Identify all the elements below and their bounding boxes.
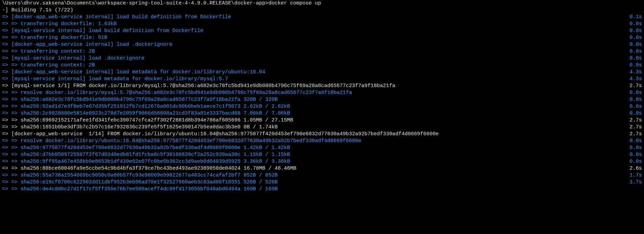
output-text: => => resolve docker.io/library/ubuntu:1… [2,138,623,145]
output-line: => => sha256:1651b0be3df3b7c2b57c16e7932… [0,124,644,131]
output-timing: 0.0s [623,34,642,41]
output-timing: 0.0s [623,151,642,158]
output-line: => [mysql-service internal] load .docker… [0,55,644,62]
output-timing: 2.7s [623,117,642,124]
output-text: => => sha256:1651b0be3df3b7c2b57c16e7932… [2,124,623,131]
output-line: => => sha256:9775877f420d453ef790e6832d7… [0,145,644,151]
output-line: => [mysql-service internal] load metadat… [0,76,644,83]
output-text: => => sha256:9775877f420d453ef790e6832d7… [2,145,623,151]
output-timing [635,186,642,193]
output-text: => => sha256:e19cf0706c6229033d11dbf952b… [2,179,623,186]
output-line: => => sha256:9ff95a467e458bb9e8653b1df43… [0,158,644,165]
output-line: => => sha256:55a738a1554069bc9050c0a60b5… [0,172,644,179]
output-timing: 1.7s [623,179,642,186]
output-text: => => transferring context: 2B [2,62,623,69]
output-timing: 2.7s [623,83,642,89]
output-timing: 0.0s [623,138,642,145]
output-timing: 2.7s [623,124,642,131]
output-line: => [mysql-service 1/1] FROM docker.io/li… [0,83,644,89]
output-timing: 2.6s [623,165,642,172]
output-text: => [mysql-service internal] load .docker… [2,55,623,62]
output-timing: 0.0s [623,158,642,165]
output-text: => => sha256:9ff95a467e458bb9e8653b1df43… [2,158,623,165]
building-status: -] Building 7.1s (7/22) [2,7,642,14]
output-timing: 0.0s [623,96,642,103]
output-text: => => transferring dockerfile: 1.63kB [2,21,623,28]
output-timing: 0.0s [623,89,642,96]
output-line: => [docker-app_web-service internal] loa… [0,14,644,21]
output-text: => => resolve docker.io/library/mysql:5.… [2,89,623,96]
output-line: => => sha256:d7bb0589725587f2f67d0340edb… [0,151,644,158]
output-text: => => sha256:a682e3c78fc5bd941e9db080b47… [2,96,623,103]
prompt-text: \Users\dhruv.saksena\Documents\workspace… [2,0,642,7]
output-text: => => sha256:2c9028880e5814e8923c278d7e2… [2,110,623,117]
output-line: => => sha256:80bce60046fa9e5ccbe54c9bd4b… [0,165,644,172]
prompt-line: \Users\dhruv.saksena\Documents\workspace… [0,0,644,7]
output-line: => => transferring context: 2B0.0s [0,62,644,69]
output-text: => [docker-app_web-service internal] loa… [2,41,623,48]
output-timing: 0.0s [623,145,642,151]
output-text: => [mysql-service internal] load metadat… [2,76,623,83]
output-text: => => sha256:de4cdd6c27d1f17cf5ff350e76b… [2,186,635,193]
output-timing: 1.7s [623,172,642,179]
output-line: => => sha256:92ad1d7e3f8eb7e67d35bf25191… [0,103,644,110]
output-line: => => resolve docker.io/library/ubuntu:1… [0,138,644,145]
output-line: => => transferring context: 2B0.0s [0,48,644,55]
output-line: => => sha256:2c9028880e5814e8923c278d7e2… [0,110,644,117]
output-timing: 0.0s [623,110,642,117]
output-timing: 0.0s [623,41,642,48]
output-text: => [docker-app_web-service internal] loa… [2,69,623,76]
output-text: => => sha256:80bce60046fa9e5ccbe54c9bd4b… [2,165,623,172]
output-line: => [docker-app_web-service internal] loa… [0,41,644,48]
output-line: => [mysql-service internal] load build d… [0,28,644,34]
output-text: => => sha256:69692152171afee1fd341febc39… [2,117,623,124]
output-text: => [mysql-service internal] load build d… [2,28,623,34]
output-text: => [docker-app_web-service 1/14] FROM do… [2,131,623,138]
output-timing: 0.0s [623,62,642,69]
output-timing: 0.0s [623,21,642,28]
output-timing: 4.3s [623,76,642,83]
output-line: => => sha256:69692152171afee1fd341febc39… [0,117,644,124]
output-timing: 0.0s [623,28,642,34]
output-text: => [docker-app_web-service internal] loa… [2,14,623,21]
building-line: -] Building 7.1s (7/22) [0,7,644,14]
output-text: => => transferring context: 2B [2,48,623,55]
output-text: => => sha256:92ad1d7e3f8eb7e67d35bf25191… [2,103,623,110]
output-timing: 2.7s [623,131,642,138]
output-line: => => resolve docker.io/library/mysql:5.… [0,89,644,96]
output-text: => => sha256:55a738a1554069bc9050c0a60b5… [2,172,623,179]
output-text: => [mysql-service 1/1] FROM docker.io/li… [2,83,623,89]
output-line: => => sha256:a682e3c78fc5bd941e9db080b47… [0,96,644,103]
output-line: => [docker-app_web-service internal] loa… [0,69,644,76]
output-timing: 0.0s [623,103,642,110]
output-line: => => transferring dockerfile: 51B0.0s [0,34,644,41]
output-line: => => sha256:e19cf0706c6229033d11dbf952b… [0,179,644,186]
output-text: => => transferring dockerfile: 51B [2,34,623,41]
output-timing: 4.3s [623,69,642,76]
output-text: => => sha256:d7bb0589725587f2f67d0340edb… [2,151,623,158]
output-timing: 0.0s [623,48,642,55]
output-timing: 0.1s [623,14,642,21]
terminal-output: \Users\dhruv.saksena\Documents\workspace… [0,0,644,193]
output-timing: 0.0s [623,55,642,62]
output-line: => => sha256:de4cdd6c27d1f17cf5ff350e76b… [0,186,644,193]
output-line: => => transferring dockerfile: 1.63kB0.0… [0,21,644,28]
output-line: => [docker-app_web-service 1/14] FROM do… [0,131,644,138]
